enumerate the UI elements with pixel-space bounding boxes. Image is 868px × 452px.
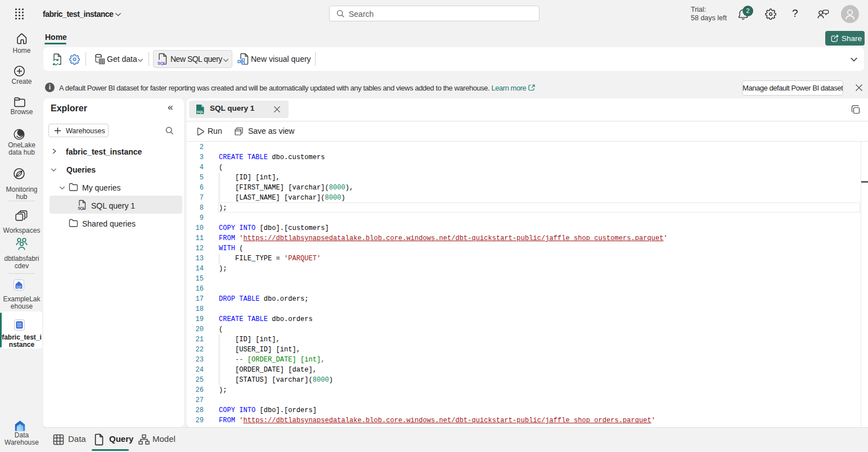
svg-text:SQL: SQL [197, 110, 204, 114]
svg-text:SQL: SQL [78, 206, 86, 210]
svg-text:SQL: SQL [158, 61, 167, 66]
